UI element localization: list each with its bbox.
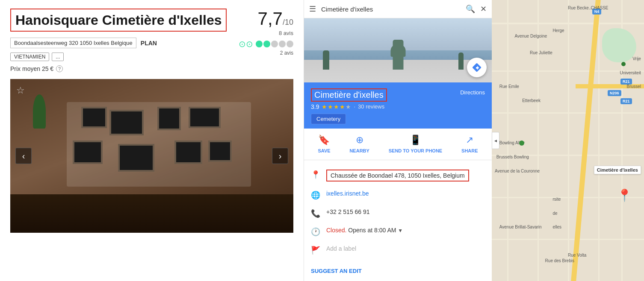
- map-label-ixelles-3: elles: [552, 225, 561, 229]
- map-label-ixelles-2: de: [552, 211, 557, 216]
- gallery: ☆ ‹ ›: [10, 79, 293, 233]
- map-label-vrije: Vrije: [632, 56, 641, 61]
- search-icon[interactable]: 🔍: [466, 4, 475, 14]
- map-background[interactable]: N4 R21 R21 N206 Rue Becke... CHASSE Herg…: [492, 0, 644, 281]
- flag-icon: 🚩: [311, 246, 320, 255]
- rating-avis: 8 avis: [239, 30, 293, 36]
- place-rating-num: 3.9: [311, 103, 319, 110]
- map-panel: ◄ N4 R21 R21 N206 Rue Becke... CHASSE He…: [492, 0, 644, 281]
- ta-circle-2: [263, 41, 270, 47]
- map-label-herge: Herge: [552, 28, 564, 33]
- star-5: ★: [346, 103, 351, 110]
- star-2: ★: [328, 103, 333, 110]
- hours-expand-icon[interactable]: ▼: [398, 228, 403, 234]
- label-text[interactable]: Add a label: [326, 245, 356, 252]
- hamburger-icon[interactable]: ☰: [309, 4, 316, 14]
- price-row: Prix moyen 25 € ?: [10, 65, 293, 72]
- hours-detail-row: 🕐 Closed. Opens at 8:00 AM ▼: [304, 222, 492, 241]
- address-detail-row: 📍 Chaussée de Boondael 478, 1050 Ixelles…: [304, 165, 492, 186]
- address-text: Boondaalsesteenweg 320 1050 Ixelles Belg…: [10, 38, 136, 48]
- dot-separator: ·: [354, 103, 355, 110]
- tripadvisor-row: ⊙⊙: [239, 39, 293, 49]
- collapse-panel-button[interactable]: ◄: [492, 132, 499, 149]
- map-label-chasse: CHASSE: [591, 6, 608, 10]
- tripadvisor-logo: ⊙⊙: [239, 39, 253, 49]
- map-label-universiteit: Universiteit: [620, 70, 641, 75]
- suggest-edit-link[interactable]: SUGGEST AN EDIT: [304, 264, 492, 281]
- phone-icon: 📞: [311, 209, 320, 218]
- chevron-left-icon: ‹: [22, 151, 25, 161]
- map-label-rue-volta: Rue Volta: [568, 253, 586, 258]
- location-icon: 📍: [311, 170, 320, 179]
- nearby-action[interactable]: ⊕ NEARBY: [349, 135, 369, 154]
- label-detail-row: 🚩 Add a label: [304, 241, 492, 259]
- map-label-rue-becke: Rue Becke...: [568, 6, 592, 10]
- ta-circle-3: [271, 41, 278, 47]
- website-detail-row: 🌐 ixelles.irisnet.be: [304, 186, 492, 204]
- place-rating-row: 3.9 ★ ★ ★ ★ ★ · 30 reviews: [311, 103, 387, 110]
- share-icon: ↗: [466, 135, 473, 146]
- category-badge[interactable]: Cemetery: [311, 114, 346, 124]
- ta-circle-5: [287, 41, 293, 47]
- nearby-icon: ⊕: [356, 135, 363, 146]
- tripadvisor-circles: [256, 41, 293, 47]
- address-detail-text: Chaussée de Boondael 478, 1050 Ixelles, …: [326, 170, 469, 181]
- tag-vietnamien[interactable]: VIETNAMIEN: [10, 53, 49, 61]
- phone-send-icon: 📱: [410, 135, 421, 146]
- share-label: SHARE: [461, 148, 478, 154]
- maps-header: ☰ 🔍 ✕: [304, 0, 492, 18]
- save-action[interactable]: 🔖 SAVE: [318, 135, 330, 154]
- directions-text[interactable]: Directions: [460, 88, 485, 96]
- map-label-brussels-bowling: Brussels Bowling: [496, 155, 529, 159]
- ta-avis: 2 avis: [239, 50, 293, 56]
- price-help-icon[interactable]: ?: [56, 65, 63, 72]
- phone-detail-row: 📞 +32 2 515 66 91: [304, 204, 492, 222]
- closed-text: Closed.: [326, 227, 346, 234]
- map-label-brussel: Brussel: [627, 84, 641, 89]
- maps-search-input[interactable]: [321, 6, 461, 13]
- send-to-phone-action[interactable]: 📱 SEND TO YOUR PHONE: [389, 135, 443, 154]
- map-label-avenue-emile: Rue Emile: [499, 84, 519, 89]
- opens-text: Opens at 8:00 AM: [348, 227, 398, 234]
- ta-circle-4: [279, 41, 286, 47]
- bowling-alley-dot: [519, 140, 524, 146]
- tag-more[interactable]: ...: [52, 53, 64, 61]
- price-label: Prix moyen 25 €: [10, 65, 53, 72]
- directions-button[interactable]: [467, 58, 487, 77]
- map-pin-label: Cimetière d'ixelles: [594, 166, 641, 174]
- place-info-bar: Cimetière d'ixelles 3.9 ★ ★ ★ ★ ★ · 30 r…: [304, 82, 492, 129]
- category-badge-wrapper: Cemetery: [311, 110, 387, 124]
- gallery-next-button[interactable]: ›: [272, 148, 288, 164]
- highway-r21-2: R21: [620, 79, 632, 85]
- clock-icon: 🕐: [311, 227, 320, 237]
- highway-r21-1: R21: [620, 98, 632, 104]
- favorite-icon[interactable]: ☆: [16, 85, 25, 96]
- map-label-avenue-delcigne: Avenue Delgoine: [514, 34, 547, 38]
- close-icon[interactable]: ✕: [480, 4, 487, 14]
- gallery-prev-button[interactable]: ‹: [15, 148, 32, 164]
- gallery-image: [10, 79, 293, 233]
- ta-circle-1: [256, 41, 263, 47]
- share-action[interactable]: ↗ SHARE: [461, 135, 478, 154]
- details-section: 📍 Chaussée de Boondael 478, 1050 Ixelles…: [304, 160, 492, 264]
- google-maps-panel: ☰ 🔍 ✕ Cimetière d'ixelles 3: [304, 0, 492, 281]
- place-photo: [304, 18, 492, 82]
- nearby-label: NEARBY: [349, 148, 369, 154]
- rating-block: 7,7/10 8 avis ⊙⊙ 2 avis: [239, 9, 293, 56]
- map-label-rue-brebis: Rue des Brebis: [545, 258, 574, 263]
- chevron-right-icon: ›: [279, 151, 282, 161]
- place-name: Cimetière d'ixelles: [311, 88, 387, 102]
- reviews-count: 30 reviews: [358, 103, 384, 110]
- map-label-etterbeek: Etterbeek: [522, 98, 541, 103]
- plan-link[interactable]: PLAN: [141, 40, 157, 47]
- save-label: SAVE: [318, 148, 330, 154]
- send-to-phone-label: SEND TO YOUR PHONE: [389, 148, 443, 154]
- map-label-avenue-bri: Avenue Brillat-Savarin: [499, 225, 542, 229]
- website-link[interactable]: ixelles.irisnet.be: [326, 190, 369, 197]
- phone-text: +32 2 515 66 91: [326, 208, 370, 215]
- map-location-marker[interactable]: 📍: [617, 188, 632, 202]
- globe-icon: 🌐: [311, 190, 320, 200]
- map-label-avenue-juliette: Rue Juliette: [530, 50, 552, 55]
- place-name-block: Cimetière d'ixelles 3.9 ★ ★ ★ ★ ★ · 30 r…: [311, 88, 387, 124]
- hotel-title: Hanoisquare Cimetière d'Ixelles: [10, 9, 227, 32]
